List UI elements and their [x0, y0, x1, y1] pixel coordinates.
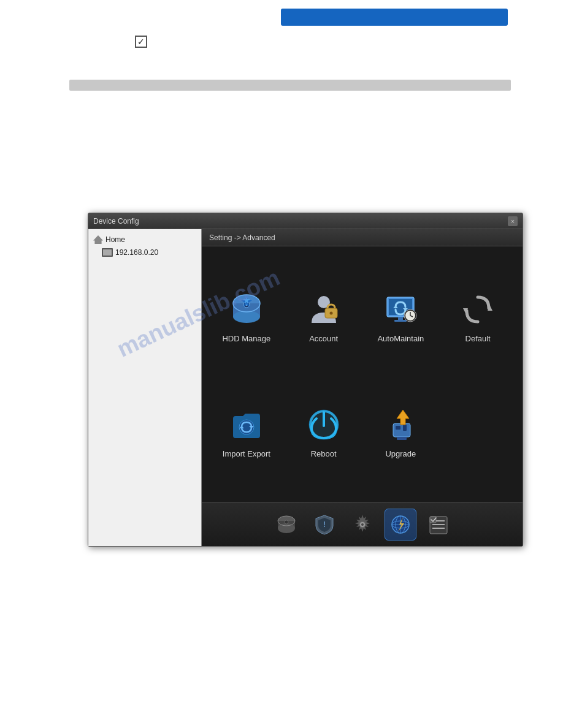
- window-body: Home 192.168.0.20 Setting -> Advanced: [88, 229, 523, 546]
- account-icon: [304, 290, 343, 329]
- reboot-icon: [304, 405, 343, 444]
- hdd-manage-label: HDD Manage: [222, 334, 270, 343]
- checkbox-area: [135, 36, 150, 50]
- tab-storage-button[interactable]: [270, 509, 302, 540]
- home-icon: [93, 235, 103, 244]
- reboot-label: Reboot: [311, 449, 337, 458]
- title-bar: Device Config ×: [88, 213, 523, 229]
- window-title: Device Config: [93, 217, 139, 226]
- automaintain-button[interactable]: AutoMaintain: [377, 290, 424, 343]
- sidebar-home-item[interactable]: Home: [88, 233, 201, 246]
- main-content: Setting -> Advanced: [202, 229, 523, 546]
- upgrade-button[interactable]: Upgrade: [381, 405, 420, 458]
- svg-point-37: [278, 523, 295, 533]
- bottom-tab-bar: !: [202, 502, 523, 546]
- hdd-manage-icon: [227, 290, 266, 329]
- device-config-window: Device Config × Home 192.168.0.20 Settin…: [88, 213, 523, 547]
- upgrade-label: Upgrade: [385, 449, 416, 458]
- sidebar-ip-label: 192.168.0.20: [115, 248, 158, 257]
- svg-text:!: !: [323, 520, 326, 529]
- divider-bar: [69, 80, 511, 91]
- svg-point-2: [233, 311, 260, 323]
- breadcrumb-text: Setting -> Advanced: [209, 233, 275, 242]
- import-export-label: Import Export: [223, 449, 270, 458]
- automaintain-label: AutoMaintain: [377, 334, 424, 343]
- hdd-manage-button[interactable]: HDD Manage: [222, 290, 270, 343]
- account-button[interactable]: Account: [304, 290, 343, 343]
- default-button[interactable]: Default: [458, 290, 497, 343]
- default-icon: [458, 290, 497, 329]
- sidebar-ip-item[interactable]: 192.168.0.20: [88, 246, 201, 259]
- close-button[interactable]: ×: [508, 216, 518, 226]
- icons-grid: HDD Manage: [202, 246, 523, 502]
- tab-network-button[interactable]: [385, 509, 416, 540]
- sidebar-home-label: Home: [105, 235, 125, 244]
- default-label: Default: [465, 334, 491, 343]
- svg-rect-31: [396, 426, 400, 430]
- tab-security-button[interactable]: !: [308, 509, 340, 540]
- svg-rect-16: [394, 320, 407, 322]
- svg-rect-30: [393, 423, 410, 437]
- import-export-icon: [227, 405, 266, 444]
- svg-marker-34: [397, 410, 409, 425]
- svg-point-39: [285, 520, 288, 524]
- breadcrumb: Setting -> Advanced: [202, 229, 523, 246]
- automaintain-icon: [381, 290, 420, 329]
- reboot-button[interactable]: Reboot: [304, 405, 343, 458]
- top-action-bar[interactable]: [281, 9, 508, 26]
- tab-list-button[interactable]: [423, 509, 454, 540]
- svg-point-10: [329, 311, 332, 314]
- tab-settings-button[interactable]: [347, 509, 378, 540]
- monitor-icon: [102, 248, 113, 257]
- checkbox[interactable]: [135, 36, 147, 48]
- sidebar: Home 192.168.0.20: [88, 229, 202, 546]
- svg-rect-32: [403, 425, 407, 431]
- account-label: Account: [309, 334, 338, 343]
- import-export-button[interactable]: Import Export: [223, 405, 270, 458]
- svg-rect-33: [397, 437, 407, 440]
- svg-point-43: [361, 523, 364, 526]
- upgrade-icon: [381, 405, 420, 444]
